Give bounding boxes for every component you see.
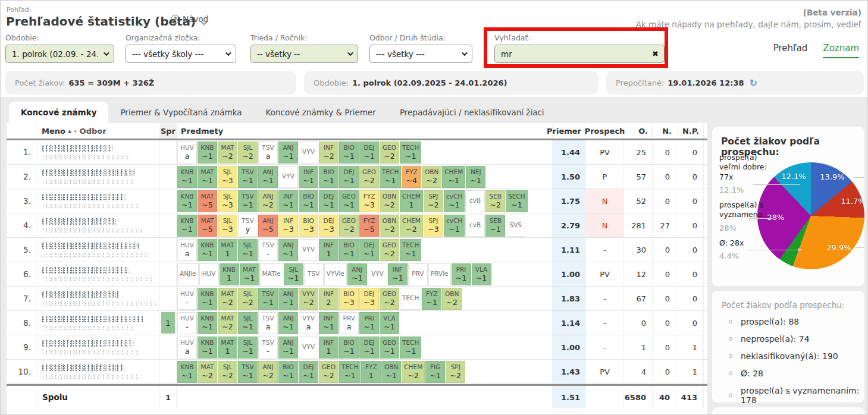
subject-grade-chip[interactable]: TECH~1: [380, 166, 401, 188]
subject-grade-chip[interactable]: MAT~1: [240, 263, 259, 285]
subject-grade-chip[interactable]: DEJ~1: [319, 190, 339, 212]
subject-grade-chip[interactable]: MAT~2: [218, 312, 237, 334]
col-n[interactable]: N.: [653, 123, 676, 139]
subject-grade-chip[interactable]: OBN~2: [380, 190, 399, 212]
subject-grade-chip[interactable]: SJL~1: [238, 337, 258, 359]
subject-grade-chip[interactable]: PRVa: [339, 312, 359, 334]
subject-grade-chip[interactable]: PRV: [408, 263, 428, 285]
subject-grade-chip[interactable]: SPJ~2: [446, 361, 465, 383]
subject-grade-chip[interactable]: DEJ~1: [359, 337, 379, 359]
subject-grade-chip[interactable]: MATle: [260, 263, 283, 285]
subject-grade-chip[interactable]: KNB~1: [198, 288, 217, 310]
subject-grade-chip[interactable]: VYV: [278, 166, 298, 188]
subject-grade-chip[interactable]: NEJ~1: [466, 166, 485, 188]
subject-grade-chip[interactable]: KNB~1: [198, 142, 217, 164]
subject-grade-chip[interactable]: KNB~1: [198, 337, 217, 359]
subject-grade-chip[interactable]: SEB~2: [485, 190, 505, 212]
subject-grade-chip[interactable]: TSV~1: [238, 361, 258, 383]
subject-grade-chip[interactable]: VYV: [299, 239, 318, 261]
subject-grade-chip[interactable]: TECH~1: [400, 142, 421, 164]
subject-grade-chip[interactable]: MAT~1: [198, 166, 217, 188]
subject-grade-chip[interactable]: CHEM~2: [402, 361, 425, 383]
subject-grade-chip[interactable]: KNB~1: [177, 190, 197, 212]
subject-grade-chip[interactable]: HUV-: [177, 312, 197, 334]
subject-grade-chip[interactable]: TECH~1: [400, 239, 421, 261]
subject-grade-chip[interactable]: GEO~2: [319, 361, 339, 383]
tab-4[interactable]: Prepadávajúci / neklasifikovaní žiaci: [388, 102, 556, 123]
subject-grade-chip[interactable]: OBN~2: [422, 166, 441, 188]
subject-grade-chip[interactable]: HUVa: [177, 142, 197, 164]
subject-grade-chip[interactable]: MAT~5: [198, 215, 217, 237]
subject-grade-chip[interactable]: ANJ~1: [278, 288, 298, 310]
subject-grade-chip[interactable]: cvCH~1: [444, 190, 465, 212]
subject-grade-chip[interactable]: ANJ~1: [347, 263, 367, 285]
subject-grade-chip[interactable]: KNB~1: [198, 239, 217, 261]
subject-grade-chip[interactable]: INF~1: [278, 190, 298, 212]
subject-grade-chip[interactable]: SVS: [506, 215, 525, 237]
subject-grade-chip[interactable]: TECH: [400, 288, 421, 310]
subject-grade-chip[interactable]: BIO~1: [339, 337, 359, 359]
subject-grade-chip[interactable]: BIO~1: [319, 166, 339, 188]
subject-grade-chip[interactable]: DEJ~1: [299, 361, 318, 383]
subject-grade-chip[interactable]: INF2: [319, 288, 339, 310]
subject-grade-chip[interactable]: SJL~2: [238, 288, 258, 310]
subject-grade-chip[interactable]: TSVy: [238, 215, 258, 237]
subject-grade-chip[interactable]: TSVa: [258, 312, 278, 334]
obdobie-select[interactable]: 1. polrok (02.09. - 24.01.): [5, 45, 114, 63]
col-meno-odbor[interactable]: Meno ▲ · Odbor: [37, 123, 160, 139]
student-name-redacted[interactable]: [37, 360, 160, 383]
tab-3[interactable]: Koncové známky & Priemer: [254, 102, 388, 123]
subject-grade-chip[interactable]: cvCH~1: [444, 215, 465, 237]
subject-grade-chip[interactable]: HUVa: [177, 239, 197, 261]
subject-grade-chip[interactable]: SEB~1: [485, 215, 505, 237]
subject-grade-chip[interactable]: DEJ~3: [319, 215, 339, 237]
col-predmety[interactable]: Predmety: [177, 123, 553, 139]
subject-grade-chip[interactable]: GEO~2: [380, 239, 399, 261]
subject-grade-chip[interactable]: FYZ1: [361, 361, 381, 383]
col-priemer[interactable]: Priemer: [553, 123, 586, 139]
subject-grade-chip[interactable]: TSVa: [258, 142, 278, 164]
subject-grade-chip[interactable]: GEO~1: [380, 337, 399, 359]
subject-grade-chip[interactable]: HUV: [199, 263, 219, 285]
subject-grade-chip[interactable]: GEO~2: [359, 166, 379, 188]
subject-grade-chip[interactable]: PRI~1: [452, 263, 471, 285]
col-spr[interactable]: Spr: [160, 123, 177, 139]
subject-grade-chip[interactable]: TECH~1: [400, 337, 421, 359]
student-name-redacted[interactable]: [37, 262, 160, 286]
subject-grade-chip[interactable]: MAT1: [218, 337, 237, 359]
subject-grade-chip[interactable]: BIO~3: [299, 215, 318, 237]
subject-grade-chip[interactable]: OBN~1: [381, 361, 401, 383]
subject-grade-chip[interactable]: INF1: [319, 337, 339, 359]
subject-grade-chip[interactable]: INF1: [319, 239, 339, 261]
clear-search-icon[interactable]: ✖: [652, 49, 659, 58]
subject-grade-chip[interactable]: TSV-: [258, 337, 278, 359]
subject-grade-chip[interactable]: ANJ~5: [258, 215, 278, 237]
subject-grade-chip[interactable]: INF~1: [388, 263, 408, 285]
subject-grade-chip[interactable]: FYZ~4: [402, 166, 421, 188]
subject-grade-chip[interactable]: ANJ~1: [278, 312, 298, 334]
student-name-redacted[interactable]: [37, 238, 160, 262]
subject-grade-chip[interactable]: DEJ~1: [359, 239, 379, 261]
subject-grade-chip[interactable]: cvB: [465, 215, 485, 237]
subject-grade-chip[interactable]: KNB~1: [177, 166, 197, 188]
subject-grade-chip[interactable]: OBN~2: [442, 288, 462, 310]
subject-grade-chip[interactable]: SJL~1: [238, 312, 258, 334]
subject-grade-chip[interactable]: KNB1: [220, 263, 239, 285]
subject-grade-chip[interactable]: CHEM~1: [442, 166, 465, 188]
subject-grade-chip[interactable]: DEJ~1: [339, 166, 359, 188]
tab-1[interactable]: Koncové známky: [9, 102, 108, 123]
refresh-icon[interactable]: ↻: [749, 77, 757, 89]
col-np[interactable]: N.P.: [676, 123, 704, 139]
subject-grade-chip[interactable]: INF~1: [299, 166, 318, 188]
subject-grade-chip[interactable]: MAT~2: [218, 142, 237, 164]
subject-grade-chip[interactable]: SPJ~3: [424, 215, 443, 237]
student-name-redacted[interactable]: [37, 213, 160, 237]
subject-grade-chip[interactable]: CHEM1: [400, 190, 423, 212]
view-zoznam-link[interactable]: Zoznam: [823, 43, 859, 58]
student-name-redacted[interactable]: [37, 140, 160, 164]
subject-grade-chip[interactable]: FYZ~3: [359, 190, 379, 212]
subject-grade-chip[interactable]: OBN~2: [380, 215, 399, 237]
subject-grade-chip[interactable]: MAT1: [218, 239, 237, 261]
odbor-select[interactable]: --- všetky ---: [369, 45, 472, 63]
col-o[interactable]: O.: [624, 123, 653, 139]
